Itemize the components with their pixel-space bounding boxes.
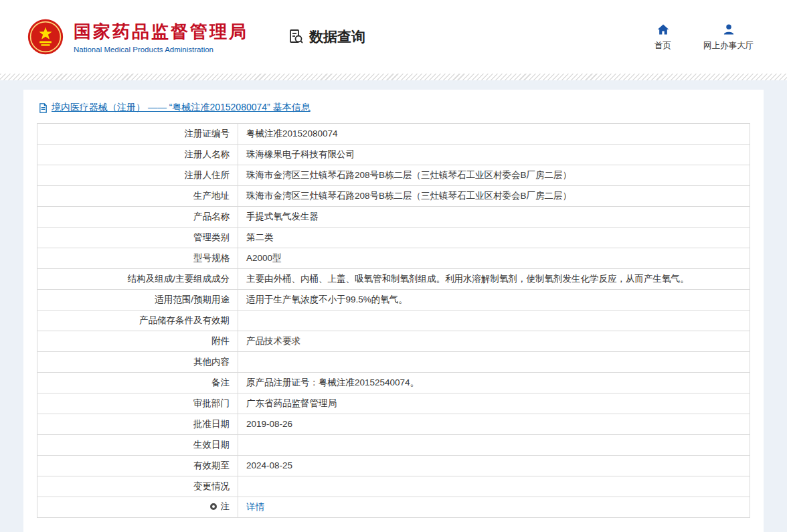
row-label: 管理类别 <box>37 228 238 248</box>
table-row: 注册人名称珠海橡果电子科技有限公司 <box>37 145 750 165</box>
row-value: A2000型 <box>238 248 750 269</box>
row-value: 主要由外桶、内桶、上盖、吸氧管和制氧剂组成。利用水溶解制氧剂，使制氧剂发生化学反… <box>238 269 750 290</box>
detail-link[interactable]: 详情 <box>246 502 264 512</box>
row-value: 2024-08-25 <box>238 456 750 476</box>
row-value: 手提式氧气发生器 <box>238 207 750 228</box>
table-row: 管理类别第二类 <box>37 228 750 248</box>
nav-online-hall[interactable]: 网上办事大厅 <box>703 23 754 52</box>
row-label: 生产地址 <box>37 186 238 207</box>
table-row: 批准日期2019-08-26 <box>37 414 750 435</box>
row-label: 有效期至 <box>37 456 238 476</box>
table-row: 生效日期 <box>37 435 750 456</box>
row-label: 注册证编号 <box>37 124 238 145</box>
row-value: 广东省药品监督管理局 <box>238 393 750 414</box>
registration-table: 注册证编号粤械注准20152080074 注册人名称珠海橡果电子科技有限公司 注… <box>37 123 750 518</box>
row-label: 注 <box>37 497 238 518</box>
row-label: 备注 <box>37 373 238 393</box>
row-value <box>238 435 750 456</box>
breadcrumb-title: 境内医疗器械（注册） —— “粤械注准20152080074” 基本信息 <box>52 102 311 114</box>
row-value: 粤械注准20152080074 <box>238 124 750 145</box>
row-value: 珠海市金湾区三灶镇琴石路208号B栋二层（三灶镇琴石工业区村委会B厂房二层） <box>238 165 750 186</box>
note-icon <box>209 503 217 511</box>
table-row: 附件产品技术要求 <box>37 331 750 352</box>
home-icon <box>657 23 670 36</box>
row-label: 适用范围/预期用途 <box>37 290 238 311</box>
row-label: 附件 <box>37 331 238 352</box>
row-label: 变更情况 <box>37 476 238 497</box>
table-row: 注册人住所珠海市金湾区三灶镇琴石路208号B栋二层（三灶镇琴石工业区村委会B厂房… <box>37 165 750 186</box>
row-value: 产品技术要求 <box>238 331 750 352</box>
row-value: 第二类 <box>238 228 750 248</box>
person-icon <box>722 23 735 36</box>
main-area: 境内医疗器械（注册） —— “粤械注准20152080074” 基本信息 注册证… <box>0 80 787 532</box>
row-value: 珠海市金湾区三灶镇琴石路208号B栋二层（三灶镇琴石工业区村委会B厂房二层） <box>238 186 750 207</box>
row-label: 审批部门 <box>37 393 238 414</box>
row-label: 结构及组成/主要组成成分 <box>37 269 238 290</box>
data-query-label: 数据查询 <box>309 27 365 46</box>
row-value: 适用于生产氧浓度不小于99.5%的氧气。 <box>238 290 750 311</box>
row-value: 详情 <box>238 497 750 518</box>
nav-online-hall-label: 网上办事大厅 <box>703 40 754 52</box>
document-icon <box>38 103 48 113</box>
row-label: 生效日期 <box>37 435 238 456</box>
note-label: 注 <box>221 501 230 513</box>
row-value: 2019-08-26 <box>238 414 750 435</box>
table-row: 备注原产品注册证号：粤械注准20152540074。 <box>37 373 750 393</box>
site-header: 国家药品监督管理局 National Medical Products Admi… <box>0 0 787 74</box>
table-row: 生产地址珠海市金湾区三灶镇琴石路208号B栋二层（三灶镇琴石工业区村委会B厂房二… <box>37 186 750 207</box>
table-row: 变更情况 <box>37 476 750 497</box>
row-label: 批准日期 <box>37 414 238 435</box>
row-label: 注册人名称 <box>37 145 238 165</box>
table-row: 注册证编号粤械注准20152080074 <box>37 124 750 145</box>
table-row: 有效期至2024-08-25 <box>37 456 750 476</box>
table-row: 注 详情 <box>37 497 750 518</box>
row-value <box>238 352 750 373</box>
national-emblem-icon <box>27 18 64 56</box>
top-navigation: 首页 网上办事大厅 <box>654 23 760 52</box>
hatched-divider <box>0 74 787 80</box>
table-row: 审批部门广东省药品监督管理局 <box>37 393 750 414</box>
table-row: 适用范围/预期用途适用于生产氧浓度不小于99.5%的氧气。 <box>37 290 750 311</box>
table-row: 产品储存条件及有效期 <box>37 311 750 331</box>
row-value: 原产品注册证号：粤械注准20152540074。 <box>238 373 750 393</box>
nav-home-label: 首页 <box>654 40 671 52</box>
row-value: 珠海橡果电子科技有限公司 <box>238 145 750 165</box>
table-row: 产品名称手提式氧气发生器 <box>37 207 750 228</box>
row-value <box>238 311 750 331</box>
content-card: 境内医疗器械（注册） —— “粤械注准20152080074” 基本信息 注册证… <box>23 90 764 532</box>
nav-home[interactable]: 首页 <box>654 23 671 52</box>
org-name-cn: 国家药品监督管理局 <box>74 20 248 43</box>
row-value <box>238 476 750 497</box>
org-title-block: 国家药品监督管理局 National Medical Products Admi… <box>74 20 248 54</box>
table-row: 其他内容 <box>37 352 750 373</box>
row-label: 型号规格 <box>37 248 238 269</box>
data-query-icon <box>287 28 304 46</box>
table-row: 结构及组成/主要组成成分主要由外桶、内桶、上盖、吸氧管和制氧剂组成。利用水溶解制… <box>37 269 750 290</box>
row-label: 产品名称 <box>37 207 238 228</box>
breadcrumb[interactable]: 境内医疗器械（注册） —— “粤械注准20152080074” 基本信息 <box>38 102 749 114</box>
table-row: 型号规格A2000型 <box>37 248 750 269</box>
org-name-en: National Medical Products Administration <box>74 46 248 54</box>
row-label: 注册人住所 <box>37 165 238 186</box>
data-query-heading: 数据查询 <box>287 27 365 46</box>
nmpa-logo[interactable] <box>27 18 64 56</box>
row-label: 产品储存条件及有效期 <box>37 311 238 331</box>
row-label: 其他内容 <box>37 352 238 373</box>
